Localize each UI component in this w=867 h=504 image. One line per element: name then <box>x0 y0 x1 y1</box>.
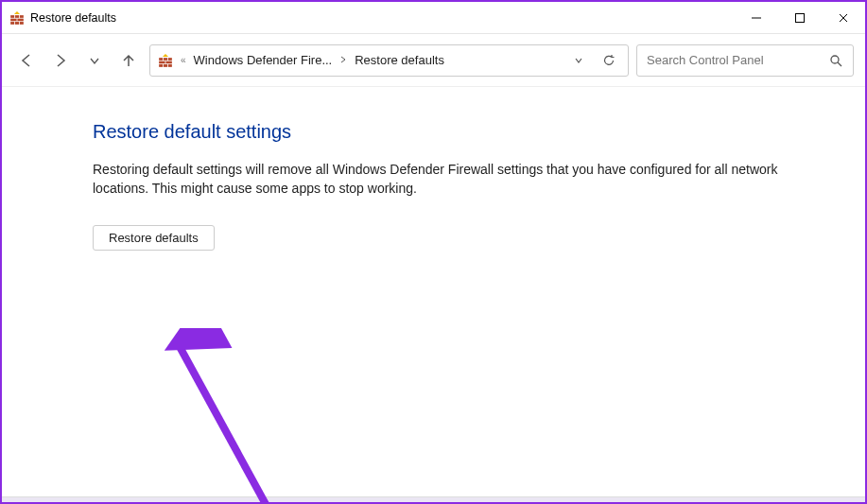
nav-toolbar: « Windows Defender Fire... Restore defau… <box>2 34 865 87</box>
window-frame: Restore defaults <box>0 0 867 504</box>
page-heading: Restore default settings <box>93 121 808 143</box>
recent-locations-button[interactable] <box>81 47 108 74</box>
forward-button[interactable] <box>47 47 74 74</box>
search-input[interactable] <box>647 53 828 67</box>
chevron-left-double-icon: « <box>181 55 186 65</box>
address-dropdown-button[interactable] <box>567 49 590 72</box>
refresh-button[interactable] <box>598 49 620 72</box>
address-bar[interactable]: « Windows Defender Fire... Restore defau… <box>149 44 629 77</box>
close-button[interactable] <box>822 3 865 33</box>
titlebar: Restore defaults <box>2 2 865 34</box>
breadcrumb-current[interactable]: Restore defaults <box>355 53 444 67</box>
up-button[interactable] <box>115 47 142 74</box>
maximize-button[interactable] <box>778 3 822 33</box>
firewall-icon <box>9 10 25 26</box>
content-pane: Restore default settings Restoring defau… <box>2 87 865 496</box>
annotation-arrow-icon <box>165 328 297 504</box>
page-description: Restoring default settings will remove a… <box>93 160 808 199</box>
status-bar <box>2 496 865 502</box>
svg-rect-9 <box>796 13 805 22</box>
breadcrumb-parent[interactable]: Windows Defender Fire... <box>194 53 333 67</box>
minimize-button[interactable] <box>735 3 778 33</box>
restore-defaults-button[interactable]: Restore defaults <box>93 225 215 251</box>
chevron-right-icon <box>339 55 347 65</box>
window-controls <box>735 3 865 33</box>
svg-line-21 <box>838 62 841 66</box>
back-button[interactable] <box>13 47 40 74</box>
search-icon[interactable] <box>828 53 843 68</box>
window-title: Restore defaults <box>30 11 116 25</box>
svg-point-20 <box>831 56 839 63</box>
firewall-icon <box>158 53 173 68</box>
svg-line-23 <box>178 343 278 504</box>
search-box[interactable] <box>636 44 854 77</box>
